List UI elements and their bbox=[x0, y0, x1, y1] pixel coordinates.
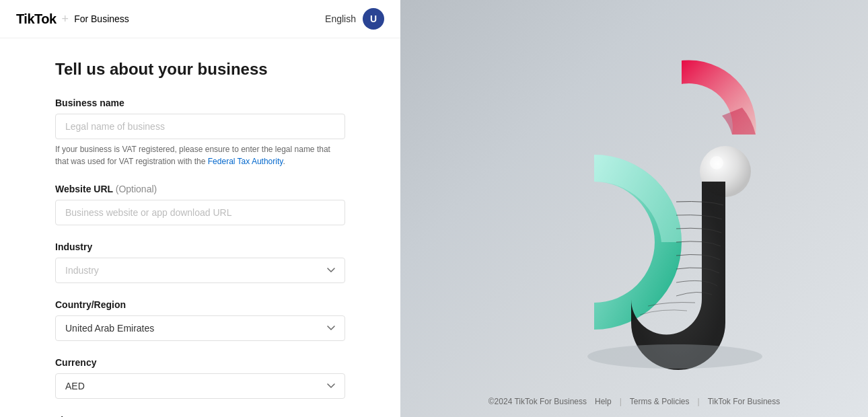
currency-label: Currency bbox=[55, 357, 345, 368]
language-button[interactable]: English bbox=[325, 13, 356, 24]
currency-select[interactable]: AED USD EUR GBP SAR KWD QAR BHD OMR EGP bbox=[55, 373, 345, 399]
help-link[interactable]: Help bbox=[595, 397, 612, 406]
federal-tax-authority-link[interactable]: Federal Tax Authority bbox=[208, 157, 283, 166]
footer-sep1: | bbox=[620, 397, 622, 406]
footer-sep2: | bbox=[698, 397, 700, 406]
right-panel: ©2024 TikTok For Business Help | Terms &… bbox=[400, 0, 868, 417]
header: TikTok + For Business English U bbox=[0, 0, 400, 38]
tiktok-business-link[interactable]: TikTok For Business bbox=[708, 397, 781, 406]
page-title: Tell us about your business bbox=[55, 60, 345, 79]
logo-tiktok-text: TikTok bbox=[16, 11, 57, 27]
business-name-input[interactable] bbox=[55, 114, 345, 139]
logo-separator: + bbox=[62, 12, 69, 26]
business-name-label: Business name bbox=[55, 98, 345, 108]
industry-select[interactable]: Industry Automotive Beauty & Personal Ca… bbox=[55, 258, 345, 283]
copyright-text: ©2024 TikTok For Business bbox=[489, 397, 587, 406]
website-url-input[interactable] bbox=[55, 200, 345, 225]
website-url-label-text: Website URL bbox=[55, 184, 113, 194]
website-url-optional: (Optional) bbox=[116, 184, 157, 194]
country-region-label: Country/Region bbox=[55, 299, 345, 310]
website-url-group: Website URL (Optional) bbox=[55, 184, 345, 225]
industry-group: Industry Industry Automotive Beauty & Pe… bbox=[55, 241, 345, 283]
svg-point-1 bbox=[710, 156, 723, 169]
sculpture bbox=[527, 40, 796, 377]
logo-business-text: For Business bbox=[74, 13, 129, 24]
hint-text-after: . bbox=[283, 157, 285, 166]
country-region-group: Country/Region United Arab Emirates Saud… bbox=[55, 299, 345, 341]
website-url-label: Website URL (Optional) bbox=[55, 184, 345, 194]
right-panel-background: ©2024 TikTok For Business Help | Terms &… bbox=[400, 0, 868, 417]
left-panel: TikTok + For Business English U Tell us … bbox=[0, 0, 400, 417]
hint-text-before: If your business is VAT registered, plea… bbox=[55, 145, 330, 166]
business-name-group: Business name If your business is VAT re… bbox=[55, 98, 345, 167]
svg-point-2 bbox=[587, 344, 762, 369]
footer-bar: ©2024 TikTok For Business Help | Terms &… bbox=[489, 397, 780, 406]
logo: TikTok + For Business bbox=[16, 11, 129, 27]
industry-label: Industry bbox=[55, 241, 345, 252]
avatar[interactable]: U bbox=[363, 8, 384, 30]
terms-link[interactable]: Terms & Policies bbox=[630, 397, 690, 406]
currency-group: Currency AED USD EUR GBP SAR KWD QAR BHD… bbox=[55, 357, 345, 399]
country-region-select[interactable]: United Arab Emirates Saudi Arabia Kuwait… bbox=[55, 315, 345, 341]
header-right: English U bbox=[325, 8, 384, 30]
form-container: Tell us about your business Business nam… bbox=[0, 38, 400, 417]
business-name-hint: If your business is VAT registered, plea… bbox=[55, 143, 345, 167]
